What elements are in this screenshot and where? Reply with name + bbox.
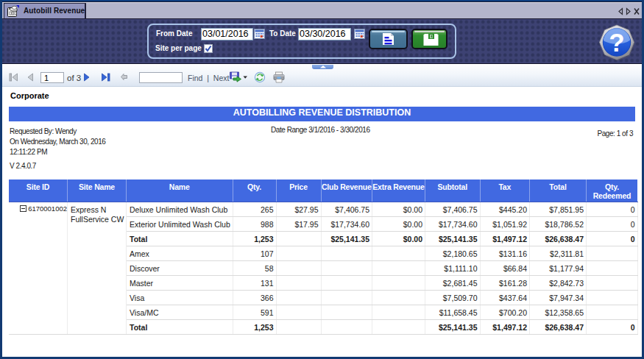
svg-text:?: ? — [609, 28, 624, 57]
